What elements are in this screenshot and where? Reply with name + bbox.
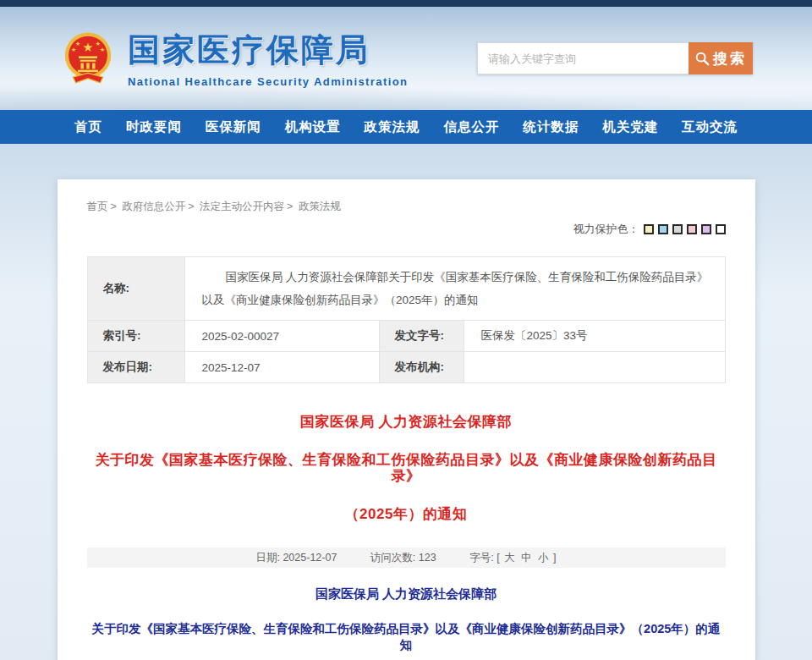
nav-item-interaction[interactable]: 互动交流 xyxy=(682,118,738,136)
breadcrumb-gov-info[interactable]: 政府信息公开 xyxy=(122,201,185,212)
nav-item-party-building[interactable]: 机关党建 xyxy=(602,118,658,136)
nav-item-policies[interactable]: 政策法规 xyxy=(365,118,420,136)
red-title-line1: 国家医保局 人力资源社会保障部 xyxy=(87,414,726,430)
nav-item-organization[interactable]: 机构设置 xyxy=(285,118,341,136)
index-value: 2025-02-00027 xyxy=(184,321,379,352)
main-nav: 首页 时政要闻 医保新闻 机构设置 政策法规 信息公开 统计数据 机关党建 互动… xyxy=(0,110,812,144)
brand: ★ ★ ★ ★ ★ 国家医疗保障局 National Healthcare Se… xyxy=(59,28,408,89)
svg-text:★: ★ xyxy=(75,41,80,47)
svg-text:★: ★ xyxy=(100,47,105,52)
eye-color-swatch-blue[interactable] xyxy=(658,224,668,234)
fontsize-label: 字号: xyxy=(469,552,493,564)
breadcrumb-home[interactable]: 首页 xyxy=(87,201,108,212)
fontsize-large-button[interactable]: 大 xyxy=(504,552,515,564)
meta-date-value: 2025-12-07 xyxy=(283,552,337,564)
doc-no-value: 医保发〔2025〕33号 xyxy=(464,321,725,352)
red-title-line3: （2025年）的通知 xyxy=(87,506,726,522)
article-header-line2: 关于印发《国家基本医疗保险、生育保险和工伤保险药品目录》以及《商业健康保险创新药… xyxy=(87,621,726,653)
search-button-label: 搜索 xyxy=(713,49,747,69)
breadcrumb-separator: > xyxy=(188,201,194,212)
site-subtitle: National Healthcare Security Administrat… xyxy=(128,75,408,88)
eye-color-swatch-pink[interactable] xyxy=(687,224,697,234)
article-header-line1: 国家医保局 人力资源社会保障部 xyxy=(87,586,726,602)
pub-date-label: 发布日期: xyxy=(87,352,184,383)
nav-item-home[interactable]: 首页 xyxy=(74,118,102,136)
pub-org-label: 发布机构: xyxy=(379,352,464,383)
eye-protection-label: 视力保护色： xyxy=(573,222,639,237)
eye-protection-row: 视力保护色： xyxy=(87,223,726,236)
fontsize-small-button[interactable]: 小 xyxy=(538,552,549,564)
search-button[interactable]: 搜索 xyxy=(689,42,753,74)
site-title: 国家医疗保障局 xyxy=(128,29,408,72)
search-bar: 搜索 xyxy=(477,42,753,74)
meta-visits-value: 123 xyxy=(419,552,436,564)
table-row-index: 索引号: 2025-02-00027 发文字号: 医保发〔2025〕33号 xyxy=(87,321,725,352)
name-value: 国家医保局 人力资源社会保障部关于印发《国家基本医疗保险、生育保险和工伤保险药品… xyxy=(184,257,725,321)
fontsize-medium-button[interactable]: 中 xyxy=(521,552,532,564)
content-panel: 首页> 政府信息公开> 法定主动公开内容> 政策法规 视力保护色： 名称: 国家… xyxy=(58,179,755,660)
svg-text:★: ★ xyxy=(83,41,94,54)
search-input[interactable] xyxy=(477,42,689,74)
eye-color-swatch-white[interactable] xyxy=(716,224,726,234)
breadcrumb-separator: > xyxy=(287,201,293,212)
table-row-publish: 发布日期: 2025-12-07 发布机构: xyxy=(87,352,725,383)
red-title-line2: 关于印发《国家基本医疗保险、生育保险和工伤保险药品目录》以及《商业健康保险创新药… xyxy=(87,452,726,484)
meta-fontsize-group: 字号: [ 大 中 小 ] xyxy=(469,552,556,564)
nav-item-info-disclosure[interactable]: 信息公开 xyxy=(443,118,499,136)
fontsize-bracket-open: [ xyxy=(497,552,499,564)
meta-date-group: 日期: 2025-12-07 xyxy=(255,552,339,564)
top-strip xyxy=(0,0,812,7)
nav-item-medical-insurance-news[interactable]: 医保新闻 xyxy=(206,118,261,136)
meta-visits-group: 访问次数: 123 xyxy=(370,552,439,564)
pub-date-value: 2025-12-07 xyxy=(184,352,379,383)
eye-color-swatch-yellow[interactable] xyxy=(644,224,654,234)
nav-item-current-politics[interactable]: 时政要闻 xyxy=(126,118,182,136)
breadcrumb-separator: > xyxy=(111,201,117,212)
index-label: 索引号: xyxy=(87,321,184,352)
svg-text:★: ★ xyxy=(96,41,101,47)
brand-text: 国家医疗保障局 National Healthcare Security Adm… xyxy=(128,29,408,88)
fontsize-bracket-close: ] xyxy=(553,552,556,564)
svg-text:★: ★ xyxy=(71,47,76,52)
breadcrumb-current-policies: 政策法规 xyxy=(299,201,341,212)
nav-item-statistics[interactable]: 统计数据 xyxy=(523,118,579,136)
name-label: 名称: xyxy=(87,257,184,321)
article-meta-bar: 日期: 2025-12-07 访问次数: 123 字号: [ 大 中 小 ] xyxy=(87,547,726,568)
search-icon xyxy=(694,51,710,66)
doc-no-label: 发文字号: xyxy=(379,321,464,352)
site-header: ★ ★ ★ ★ ★ 国家医疗保障局 National Healthcare Se… xyxy=(0,7,812,110)
table-row-name: 名称: 国家医保局 人力资源社会保障部关于印发《国家基本医疗保险、生育保险和工伤… xyxy=(87,257,725,321)
breadcrumb: 首页> 政府信息公开> 法定主动公开内容> 政策法规 xyxy=(87,200,726,214)
breadcrumb-statutory-disclosure[interactable]: 法定主动公开内容 xyxy=(200,201,284,212)
national-emblem-logo: ★ ★ ★ ★ ★ xyxy=(59,28,117,89)
article-header: 国家医保局 人力资源社会保障部 关于印发《国家基本医疗保险、生育保险和工伤保险药… xyxy=(87,586,726,660)
eye-color-swatch-purple[interactable] xyxy=(701,224,711,234)
meta-visits-label: 访问次数: xyxy=(370,552,415,564)
meta-date-label: 日期: xyxy=(255,552,279,564)
content-background: 首页> 政府信息公开> 法定主动公开内容> 政策法规 视力保护色： 名称: 国家… xyxy=(0,144,812,660)
info-table: 名称: 国家医保局 人力资源社会保障部关于印发《国家基本医疗保险、生育保险和工伤… xyxy=(87,256,726,383)
eye-color-swatch-gray[interactable] xyxy=(672,224,683,234)
pub-org-value xyxy=(464,352,725,383)
document-red-title: 国家医保局 人力资源社会保障部 关于印发《国家基本医疗保险、生育保险和工伤保险药… xyxy=(87,414,726,522)
